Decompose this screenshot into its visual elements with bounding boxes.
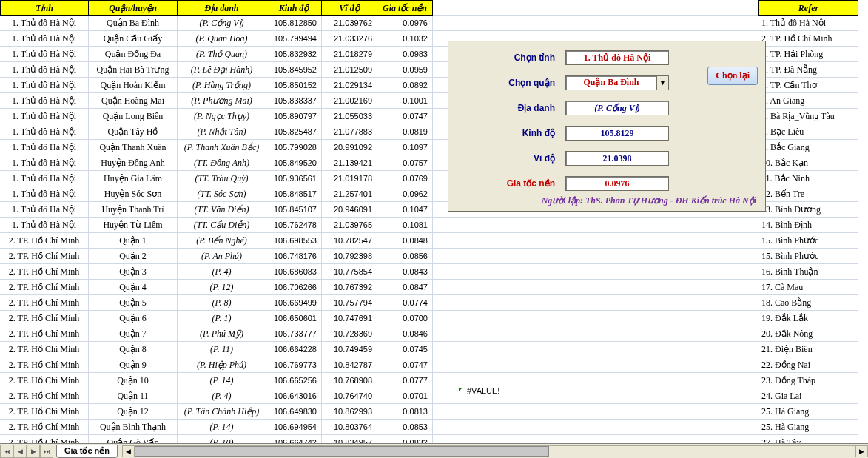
tab-nav-prev[interactable]: ◀ (13, 445, 27, 458)
table-cell[interactable]: 0.0856 (377, 249, 433, 264)
refer-item[interactable]: 15. Bình Phước (758, 233, 858, 249)
table-cell[interactable]: 0.0747 (377, 109, 433, 124)
table-cell[interactable]: (P. 11) (178, 342, 266, 357)
table-cell[interactable]: 1. Thủ đô Hà Nội (0, 31, 89, 47)
table-cell[interactable]: 2. TP. Hồ Chí Minh (0, 326, 89, 342)
table-cell[interactable]: 1. Thủ đô Hà Nội (0, 124, 89, 140)
table-cell[interactable]: (P. Tân Chánh Hiệp) (178, 404, 266, 420)
scroll-left-icon[interactable]: ◀ (123, 446, 135, 457)
table-cell[interactable]: Huyện Từ Liêm (89, 218, 178, 233)
table-cell[interactable]: 106.664742 (266, 435, 322, 443)
table-cell[interactable]: 10.768908 (322, 373, 377, 388)
table-cell[interactable]: 10.767392 (322, 280, 377, 295)
table-cell[interactable]: (P. Hiệp Phú) (178, 357, 266, 373)
refer-item[interactable]: 19. Đắk Lắk (758, 311, 858, 326)
table-cell[interactable]: 21.019178 (322, 171, 377, 186)
refer-item[interactable]: 3. TP. Hải Phòng (758, 47, 858, 62)
table-cell[interactable]: Quận Tây Hồ (89, 124, 178, 140)
table-cell[interactable]: 0.0892 (377, 78, 433, 93)
table-cell[interactable]: Quận 7 (89, 326, 178, 342)
refer-item[interactable]: 20. Đắk Nông (758, 326, 858, 342)
table-cell[interactable]: Quận Ba Đình (89, 16, 178, 31)
table-cell[interactable]: Quận Thanh Xuân (89, 140, 178, 155)
table-cell[interactable]: (P. 14) (178, 373, 266, 388)
table-cell[interactable]: 10.862993 (322, 404, 377, 420)
table-cell[interactable]: 0.0959 (377, 62, 433, 78)
table-cell[interactable]: 10.782547 (322, 233, 377, 249)
refer-item[interactable]: 16. Bình Thuận (758, 264, 858, 280)
table-cell[interactable]: 105.812850 (266, 16, 322, 31)
table-cell[interactable]: 106.665256 (266, 373, 322, 388)
table-cell[interactable]: 105.849520 (266, 155, 322, 171)
table-cell[interactable]: 0.0701 (377, 388, 433, 404)
table-cell[interactable]: 2. TP. Hồ Chí Minh (0, 295, 89, 311)
table-cell[interactable]: Quận 9 (89, 357, 178, 373)
table-cell[interactable]: 21.257401 (322, 186, 377, 202)
refer-item[interactable]: 1. Thủ đô Hà Nội (758, 16, 858, 31)
table-cell[interactable]: 1. Thủ đô Hà Nội (0, 140, 89, 155)
table-cell[interactable]: 10.749459 (322, 342, 377, 357)
table-cell[interactable]: (P. Phương Mai) (178, 93, 266, 109)
chevron-down-icon[interactable]: ▼ (656, 76, 668, 90)
table-cell[interactable]: Quận Gò Vấp (89, 435, 178, 443)
refer-item[interactable]: 12. Bến Tre (758, 186, 858, 202)
table-cell[interactable]: 0.0848 (377, 233, 433, 249)
table-cell[interactable]: (P. Cống Vị) (178, 16, 266, 31)
table-cell[interactable]: 0.0774 (377, 295, 433, 311)
table-cell[interactable]: 106.706266 (266, 280, 322, 295)
refer-item[interactable]: 9. Bắc Giang (758, 140, 858, 155)
table-cell[interactable]: 0.0745 (377, 342, 433, 357)
table-cell[interactable]: 105.850152 (266, 78, 322, 93)
table-cell[interactable]: 2. TP. Hồ Chí Minh (0, 373, 89, 388)
table-cell[interactable]: 2. TP. Hồ Chí Minh (0, 420, 89, 435)
table-cell[interactable]: (P. 14) (178, 420, 266, 435)
table-cell[interactable]: (P. 12) (178, 280, 266, 295)
table-cell[interactable]: 106.643016 (266, 388, 322, 404)
table-cell[interactable]: (P. Thổ Quan) (178, 47, 266, 62)
table-cell[interactable]: 1. Thủ đô Hà Nội (0, 78, 89, 93)
scroll-right-icon[interactable]: ▶ (855, 446, 867, 457)
table-cell[interactable]: Quận Long Biên (89, 109, 178, 124)
table-cell[interactable]: 2. TP. Hồ Chí Minh (0, 388, 89, 404)
table-cell[interactable]: 0.0976 (377, 16, 433, 31)
col-header-3[interactable]: Kinh độ (266, 0, 322, 16)
col-header-1[interactable]: Quận/huyện (89, 0, 178, 16)
table-cell[interactable]: (TT. Đông Anh) (178, 155, 266, 171)
table-cell[interactable]: 2. TP. Hồ Chí Minh (0, 249, 89, 264)
table-cell[interactable]: 0.0983 (377, 47, 433, 62)
refer-item[interactable]: 13. Bình Dương (758, 202, 858, 218)
table-cell[interactable]: 2. TP. Hồ Chí Minh (0, 264, 89, 280)
tab-nav-next[interactable]: ▶ (27, 445, 40, 458)
table-cell[interactable]: 0.0847 (377, 280, 433, 295)
table-cell[interactable]: 10.747691 (322, 311, 377, 326)
table-cell[interactable]: Huyện Gia Lâm (89, 171, 178, 186)
table-cell[interactable]: Quận 1 (89, 233, 178, 249)
select-quan[interactable]: Quận Ba Đình ▼ (565, 75, 669, 90)
refer-item[interactable]: 5. TP. Cần Thơ (758, 78, 858, 93)
table-cell[interactable]: 0.1001 (377, 93, 433, 109)
table-cell[interactable]: (P. 4) (178, 264, 266, 280)
table-cell[interactable]: Huyện Sóc Sơn (89, 186, 178, 202)
table-cell[interactable]: (P. Phú Mỹ) (178, 326, 266, 342)
table-cell[interactable]: 0.1047 (377, 202, 433, 218)
table-cell[interactable]: (P. 4) (178, 388, 266, 404)
table-cell[interactable]: 0.1097 (377, 140, 433, 155)
refer-item[interactable]: 25. Hà Giang (758, 420, 858, 435)
table-cell[interactable]: 0.0813 (377, 404, 433, 420)
table-cell[interactable]: (P. 8) (178, 295, 266, 311)
table-cell[interactable]: Quận 4 (89, 280, 178, 295)
table-cell[interactable]: 106.669499 (266, 295, 322, 311)
table-cell[interactable]: 10.803764 (322, 420, 377, 435)
table-cell[interactable]: 21.018279 (322, 47, 377, 62)
table-cell[interactable]: 106.769773 (266, 357, 322, 373)
table-cell[interactable]: 1. Thủ đô Hà Nội (0, 93, 89, 109)
table-cell[interactable]: 2. TP. Hồ Chí Minh (0, 404, 89, 420)
refer-item[interactable]: 15. Bình Phước (758, 249, 858, 264)
table-cell[interactable]: 105.762478 (266, 218, 322, 233)
table-cell[interactable]: 106.733777 (266, 326, 322, 342)
table-cell[interactable]: 10.834957 (322, 435, 377, 443)
table-cell[interactable]: Quận Hoàn Kiếm (89, 78, 178, 93)
table-cell[interactable]: Huyện Đông Anh (89, 155, 178, 171)
table-cell[interactable]: 21.039762 (322, 16, 377, 31)
refer-item[interactable]: 27. Hà Tây (758, 435, 858, 443)
